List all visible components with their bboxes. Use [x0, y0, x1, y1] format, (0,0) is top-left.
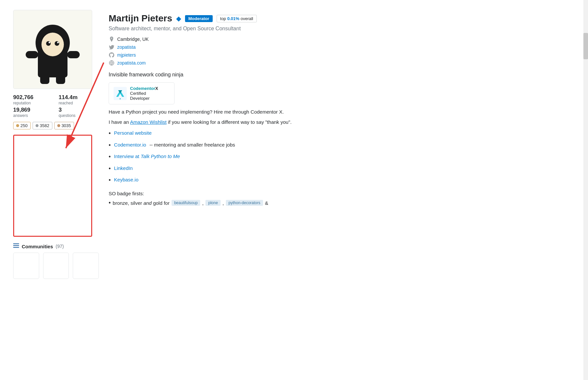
- website-icon: [109, 60, 115, 66]
- silver-badge: 3582: [33, 122, 52, 129]
- svg-point-4: [41, 33, 64, 56]
- codementor-text: CodementorX Certified Developer: [130, 86, 158, 101]
- location-text: Cambridge, UK: [117, 37, 149, 42]
- codementor-brand: CodementorX: [130, 86, 158, 91]
- tag-beautifulsoup[interactable]: beautifulsoup: [172, 200, 200, 206]
- badge-firsts-list: bronze, silver and gold for beautifulsou…: [109, 200, 382, 206]
- answers-label: answers: [13, 113, 53, 118]
- profile-title: Software architect, mentor, and Open Sou…: [109, 26, 382, 32]
- badge-firsts-item: bronze, silver and gold for beautifulsou…: [109, 200, 382, 206]
- reached-number: 114.4m: [59, 94, 99, 101]
- location-icon: [109, 36, 115, 42]
- top-badge: top 0.01% overall: [217, 15, 257, 22]
- silver-dot: [36, 124, 39, 127]
- svg-point-6: [55, 41, 59, 46]
- stats-grid: 902,766 reputation 114.4m reached 19,869…: [13, 94, 99, 118]
- communities-section: Communities (97): [13, 243, 99, 249]
- reputation-label: reputation: [13, 101, 53, 105]
- community-card-2: [43, 253, 69, 279]
- profile-meta: Cambridge, UK zopatista mjpieters: [109, 36, 382, 66]
- red-highlight-box: [13, 135, 92, 237]
- amazon-text: I have an Amazon Wishlist if you were lo…: [109, 119, 382, 125]
- talk-python-link[interactable]: Interview at Talk Python to Me: [114, 153, 180, 159]
- community-cards: [13, 253, 99, 279]
- list-item: Keybase.io: [109, 177, 382, 184]
- badges-row: 250 3582 3035: [13, 122, 99, 129]
- svg-rect-10: [67, 51, 80, 58]
- twitter-item: zopatista: [109, 44, 382, 50]
- communities-label: Communities: [22, 244, 53, 249]
- answers-stat: 19,869 answers: [13, 107, 53, 118]
- reputation-number: 902,766: [13, 94, 53, 101]
- tag-plone[interactable]: plone: [205, 200, 220, 206]
- codementor-link[interactable]: Codementor.io: [114, 142, 146, 148]
- top-percent: 0.01%: [227, 16, 239, 21]
- personal-website-link[interactable]: Personal website: [114, 130, 151, 136]
- list-item: LinkedIn: [109, 165, 382, 173]
- gold-dot: [16, 124, 19, 127]
- profile-name: Martijn Pieters: [109, 13, 172, 24]
- list-item: Interview at Talk Python to Me: [109, 153, 382, 161]
- scrollbar[interactable]: [583, 0, 588, 380]
- reached-label: reached: [59, 101, 99, 105]
- profile-header: Martijn Pieters ◆ Moderator top 0.01% ov…: [109, 13, 382, 24]
- reputation-stat: 902,766 reputation: [13, 94, 53, 105]
- svg-rect-14: [13, 245, 19, 246]
- bronze-count: 3035: [62, 123, 71, 128]
- svg-rect-13: [13, 243, 19, 244]
- badge-firsts-heading: SO badge firsts:: [109, 191, 382, 196]
- reached-stat: 114.4m reached: [59, 94, 99, 105]
- list-item: Personal website: [109, 130, 382, 137]
- codementor-developer: Developer: [130, 96, 158, 101]
- codementor-certified: Certified: [130, 91, 158, 96]
- svg-point-7: [49, 42, 50, 43]
- github-icon: [109, 52, 115, 58]
- svg-rect-9: [26, 51, 38, 58]
- scrollbar-thumb[interactable]: [583, 33, 588, 59]
- keybase-link[interactable]: Keybase.io: [114, 177, 138, 182]
- answers-number: 19,869: [13, 107, 53, 113]
- svg-rect-12: [56, 74, 65, 84]
- questions-label: questions: [59, 113, 99, 118]
- bronze-badge: 3035: [54, 122, 74, 129]
- svg-point-8: [57, 42, 59, 43]
- questions-stat: 3 questions: [59, 107, 99, 118]
- linkedin-link[interactable]: LinkedIn: [114, 165, 133, 171]
- github-link[interactable]: mjpieters: [117, 52, 136, 58]
- twitter-link[interactable]: zopatista: [117, 44, 136, 50]
- bio-heading: Invisible framework coding ninja: [109, 72, 382, 78]
- diamond-icon: ◆: [176, 14, 181, 22]
- codementor-logo: X: [114, 87, 127, 100]
- gold-count: 250: [20, 123, 28, 128]
- bronze-dot: [57, 124, 60, 127]
- amazon-wishlist-link[interactable]: Amazon Wishlist: [130, 119, 167, 125]
- avatar-image: [20, 13, 86, 86]
- communities-icon: [13, 243, 19, 249]
- community-card-1: [13, 253, 39, 279]
- sidebar: 902,766 reputation 114.4m reached 19,869…: [13, 10, 99, 279]
- twitter-icon: [109, 44, 115, 50]
- website-link[interactable]: zopatista.com: [117, 60, 146, 66]
- svg-text:X: X: [120, 98, 121, 100]
- main-content: Martijn Pieters ◆ Moderator top 0.01% ov…: [109, 10, 382, 279]
- silver-count: 3582: [40, 123, 49, 128]
- bio-links-list: Personal website Codementor.io -- mentor…: [109, 130, 382, 184]
- avatar: [13, 10, 92, 89]
- svg-point-5: [46, 41, 51, 46]
- moderator-badge: Moderator: [185, 15, 213, 22]
- gold-badge: 250: [13, 122, 31, 129]
- svg-rect-11: [40, 74, 49, 84]
- github-item: mjpieters: [109, 52, 382, 58]
- svg-rect-15: [13, 247, 19, 248]
- website-item: zopatista.com: [109, 60, 382, 66]
- list-item: Codementor.io -- mentoring and smaller f…: [109, 142, 382, 149]
- hire-text: Have a Python project you need implement…: [109, 109, 382, 115]
- codementor-badge: X CodementorX Certified Developer: [109, 82, 174, 104]
- location-item: Cambridge, UK: [109, 36, 382, 42]
- questions-number: 3: [59, 107, 99, 113]
- community-card-3: [73, 253, 99, 279]
- communities-count: (97): [56, 244, 64, 249]
- tag-python-decorators[interactable]: python-decorators: [226, 200, 263, 206]
